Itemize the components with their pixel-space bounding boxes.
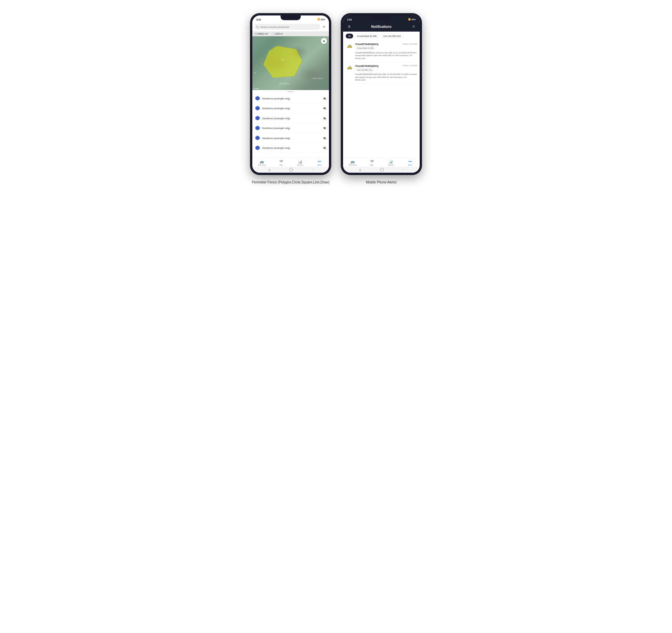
notification-time: 13 Nov, 11:16 AM bbox=[403, 65, 417, 67]
nav-more-label: More bbox=[317, 164, 321, 166]
left-home-circle bbox=[289, 168, 293, 172]
area-icon: ⬡ bbox=[255, 32, 257, 35]
svg-marker-1 bbox=[256, 96, 260, 100]
notification-title-row: iTrackEF4940S(8241) 13 Nov, 01:04 PM bbox=[355, 43, 417, 46]
tab-arrived[interactable]: Arrived Back At 26th bbox=[355, 33, 379, 39]
eye-off-icon[interactable]: 👁‍🗨 bbox=[323, 97, 326, 100]
map-info-bar: ⬡ 105821 mi² 🕐 1225 mi bbox=[252, 31, 329, 36]
nav-reports-right[interactable]: 📊 Reports bbox=[386, 160, 396, 166]
left-status-icons: 📶 81% bbox=[317, 19, 325, 21]
tab-all[interactable]: All bbox=[346, 33, 353, 39]
right-phone-frame: 3:03 📶 96% 🗑 Notifications ⚙ bbox=[341, 14, 422, 175]
map-icon: 🗺 bbox=[280, 160, 283, 164]
geofence-item-name: Geofence (example only) bbox=[262, 97, 321, 100]
eye-off-icon[interactable]: 👁‍🗨 bbox=[323, 117, 326, 120]
geofence-item-name: Geofence (example only) bbox=[262, 146, 321, 149]
left-time: 3:47 bbox=[256, 18, 261, 21]
map-distance-info: 🕐 1225 mi bbox=[271, 32, 283, 35]
nav-reports[interactable]: 📊 Reports bbox=[295, 160, 306, 166]
search-input-wrap[interactable] bbox=[255, 24, 320, 30]
clock-icon: 🕐 bbox=[271, 32, 274, 35]
nav-map-label: Map bbox=[280, 164, 283, 166]
right-status-icons: 📶 96% bbox=[408, 19, 416, 21]
notification-device: iTrackEF4940S(8241) bbox=[355, 43, 379, 46]
left-home-bars: ||| bbox=[268, 168, 270, 171]
reports-icon-right: 📊 bbox=[389, 160, 393, 164]
notification-item[interactable]: 🚕 iTrackEF4940S(8241) 13 Nov, 11:16 AM U… bbox=[343, 62, 420, 84]
nav-map[interactable]: 🗺 Map bbox=[276, 160, 286, 166]
eye-off-icon[interactable]: 👁‍🗨 bbox=[323, 137, 326, 140]
compass-icon: ➤ bbox=[323, 39, 325, 43]
nav-monitoring-right[interactable]: 🚌 Monitoring bbox=[348, 160, 358, 166]
notification-title-row: iTrackEF4940S(8241) 13 Nov, 11:16 AM bbox=[355, 65, 417, 67]
search-bar-container: + bbox=[252, 22, 329, 31]
right-home-circle bbox=[380, 168, 384, 172]
list-item[interactable]: Geofence (example only) 👁‍🗨 bbox=[252, 103, 329, 114]
distance-value: 1225 mi bbox=[275, 32, 283, 35]
nav-more[interactable]: ••• More bbox=[314, 160, 325, 166]
right-wifi-icon: 📶 bbox=[408, 19, 411, 21]
tab-left-geo[interactable]: Unit Left 26th Geo bbox=[381, 33, 404, 39]
left-phone-frame: 3:47 📶 81% + ⬡ bbox=[250, 14, 331, 175]
svg-marker-6 bbox=[256, 146, 260, 150]
geofence-item-icon bbox=[255, 106, 260, 111]
notification-badge: Unit Left 26th Geo bbox=[355, 68, 374, 71]
add-geofence-button[interactable]: + bbox=[321, 24, 327, 29]
map-label-co: COLORADO bbox=[279, 83, 290, 85]
geofence-item-icon bbox=[255, 116, 260, 121]
list-item[interactable]: Geofence (example only) 👁‍🗨 bbox=[252, 123, 329, 133]
delete-icon: 🗑 bbox=[348, 25, 351, 29]
nav-reports-label: Reports bbox=[297, 164, 304, 166]
svg-marker-4 bbox=[256, 126, 260, 130]
nav-map-label-right: Map bbox=[370, 164, 374, 166]
compass-button[interactable]: ➤ bbox=[321, 38, 327, 44]
nav-monitoring-label: Monitoring bbox=[258, 164, 266, 166]
map-area-info: ⬡ 105821 mi² bbox=[255, 32, 268, 35]
list-item[interactable]: Geofence (example only) 👁‍🗨 bbox=[252, 133, 329, 143]
bottom-handle bbox=[252, 90, 329, 93]
notification-time: 13 Nov, 01:04 PM bbox=[402, 43, 417, 45]
geofence-item-icon bbox=[255, 136, 260, 141]
right-home-back: ‹ bbox=[403, 168, 403, 171]
notification-item[interactable]: 🚕 iTrackEF4940S(8241) 13 Nov, 01:04 PM A… bbox=[343, 41, 420, 63]
right-battery-text: 96% bbox=[412, 19, 416, 21]
area-value: 105821 mi² bbox=[257, 32, 268, 35]
delete-button[interactable]: 🗑 bbox=[346, 24, 352, 29]
monitoring-icon: 🚌 bbox=[260, 160, 264, 164]
settings-button[interactable]: ⚙ bbox=[411, 24, 416, 29]
eye-off-icon[interactable]: 👁‍🗨 bbox=[323, 106, 326, 110]
left-home-back: ‹ bbox=[312, 168, 312, 171]
notification-item-content: iTrackEF4940S(8241) 13 Nov, 01:04 PM Arr… bbox=[355, 43, 417, 60]
map-label-us: United States bbox=[312, 77, 323, 79]
notification-body: iTrackEF4940S(8241)left Geo 26th. At 11-… bbox=[355, 73, 417, 81]
map-area[interactable]: WY United States COLORADO UT Google ➤ bbox=[252, 36, 329, 90]
list-item[interactable]: Geofence (example only) 👁‍🗨 bbox=[252, 143, 329, 153]
nav-more-right[interactable]: ••• More bbox=[405, 160, 415, 166]
notification-item-header: 🚕 iTrackEF4940S(8241) 13 Nov, 01:04 PM A… bbox=[346, 43, 417, 60]
left-status-bar: 3:47 📶 81% bbox=[252, 16, 329, 22]
svg-marker-3 bbox=[256, 116, 260, 120]
geofence-item-icon bbox=[255, 126, 260, 131]
filter-tabs: All Arrived Back At 26th Unit Left 26th … bbox=[343, 31, 420, 41]
notification-body: iTrackEF4940S(8241) arrived to Geo 26th.… bbox=[355, 51, 417, 60]
map-icon-right: 🗺 bbox=[370, 160, 374, 164]
list-item[interactable]: Geofence (example only) 👁‍🗨 bbox=[252, 93, 329, 103]
nav-more-label-right: More bbox=[408, 164, 412, 166]
eye-off-icon[interactable]: 👁‍🗨 bbox=[323, 126, 326, 130]
right-home-indicator: ||| ‹ bbox=[343, 167, 420, 173]
svg-marker-0 bbox=[263, 46, 302, 78]
eye-off-icon[interactable]: 👁‍🗨 bbox=[323, 146, 326, 149]
map-label-ut: UT bbox=[254, 72, 256, 74]
more-icon: ••• bbox=[317, 160, 321, 164]
notification-badge: Arrived Back At 26th bbox=[355, 47, 376, 50]
geofence-search-input[interactable] bbox=[255, 24, 320, 30]
geofence-polygon bbox=[261, 44, 304, 79]
handle-bar bbox=[287, 91, 294, 92]
settings-icon: ⚙ bbox=[412, 25, 415, 29]
geofence-item-name: Geofence (example only) bbox=[262, 137, 321, 140]
right-bottom-nav: 🚌 Monitoring 🗺 Map 📊 Reports ••• More bbox=[343, 158, 420, 167]
nav-map-right[interactable]: 🗺 Map bbox=[367, 160, 377, 166]
nav-monitoring[interactable]: 🚌 Monitoring bbox=[257, 160, 267, 166]
geofence-list[interactable]: Geofence (example only) 👁‍🗨 Geofence (ex… bbox=[252, 93, 329, 158]
list-item[interactable]: Geofence (example only) 👁‍🗨 bbox=[252, 113, 329, 123]
